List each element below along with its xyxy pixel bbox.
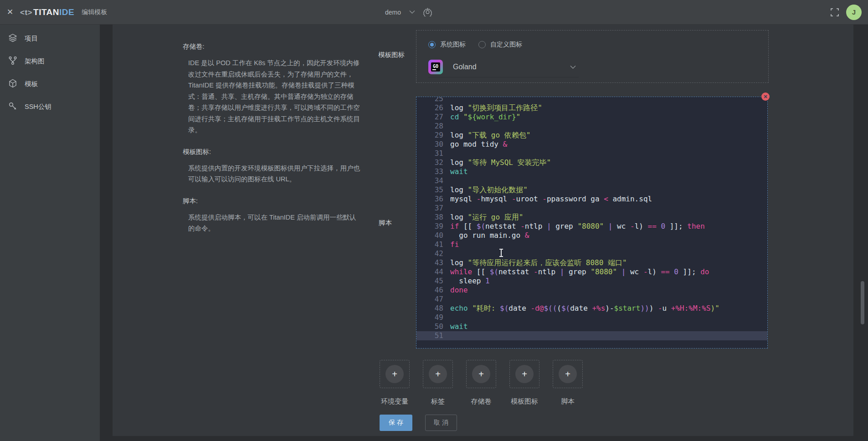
radio-selected-icon[interactable] [428,41,436,48]
plus-icon: + [515,365,534,383]
line-number: 35 [416,185,450,195]
sidebar-item-projects[interactable]: 项目 [0,27,100,50]
form-actions: 保 存 取 消 [380,415,457,431]
add-button-label: 环境变量 [381,397,408,406]
code-line[interactable]: 45 sleep 1 [416,277,767,286]
code-line[interactable]: 30go mod tidy & [416,140,767,149]
sidebar-item-label: 项目 [25,34,38,43]
plus-icon: + [472,365,490,383]
workspace-selector[interactable]: demo [385,9,401,16]
add-env-var-button[interactable]: + [380,360,410,388]
line-number: 49 [416,313,450,322]
save-button[interactable]: 保 存 [380,415,412,431]
code-line[interactable]: 29log "下载 go 依赖包" [416,131,767,140]
code-line[interactable]: 47 [416,295,767,304]
add-volume-button[interactable]: + [466,360,496,388]
code-line[interactable]: 39if [[ $(netstat -ntlp | grep "8080" | … [416,222,767,231]
code-line[interactable]: 27cd "${work_dir}" [416,113,767,122]
doc-section-body: 系统提供启动脚本，可以在 TitanIDE 启动前调用一些默认的命令。 [188,212,361,234]
add-button-label: 模板图标 [511,397,538,406]
line-number: 31 [416,149,450,158]
template-icon-section: 系统图标 自定义图标 GO Goland [416,30,769,83]
line-number: 43 [416,258,450,267]
code-line[interactable]: 42 [416,249,767,258]
sidebar-item-architecture[interactable]: 架构图 [0,50,100,72]
edit-template-panel: 存储卷: IDE 是以 POD 工作在 K8s 节点之上的，因此开发环境内修改过… [113,24,853,436]
icon-type-radio-group: 系统图标 自定义图标 [428,41,522,49]
icon-select[interactable]: GO Goland [428,57,579,77]
user-avatar[interactable]: J [846,5,862,20]
radio-custom-icon[interactable]: 自定义图标 [478,41,522,49]
script-editor[interactable]: 2526log "切换到项目工作路径"27cd "${work_dir}"282… [416,97,768,349]
line-number: 37 [416,204,450,213]
line-number: 26 [416,103,450,113]
code-line[interactable]: 36mysql -hmysql -uroot -ppassword ga < a… [416,195,767,204]
cancel-button[interactable]: 取 消 [425,415,457,431]
remove-script-button[interactable]: ✕ [761,92,770,101]
add-item: + 模板图标 [509,360,539,406]
code-line[interactable]: 38log "运行 go 应用" [416,213,767,222]
sidebar-item-templates[interactable]: 模板 [0,72,100,95]
code-line[interactable]: 40 go run main.go & [416,231,767,240]
line-number: 48 [416,304,450,313]
logo-bracket: <t> [20,8,32,17]
chevron-down-icon[interactable] [409,10,415,14]
doc-section-title: 存储卷: [183,42,361,51]
add-tag-button[interactable]: + [423,360,453,388]
page-title: 编辑模板 [82,8,107,16]
code-line[interactable]: 34 [416,176,767,185]
sidebar-item-label: 架构图 [25,57,45,66]
app-logo: <t> TITAN IDE [20,7,74,17]
code-line[interactable]: 41fi [416,240,767,249]
line-number: 28 [416,122,450,131]
cube-icon [8,79,17,89]
code-line[interactable]: 49 [416,313,767,322]
line-number: 51 [416,331,450,340]
sidebar-item-ssh-keys[interactable]: SSH公钥 [0,95,100,118]
line-number: 50 [416,322,450,331]
docs-column: 存储卷: IDE 是以 POD 工作在 K8s 节点之上的，因此开发环境内修改过… [183,42,361,246]
add-item: + 标签 [423,360,453,406]
app-window: ✕ <t> TITAN IDE 编辑模板 demo J [0,0,868,441]
line-number: 47 [416,295,450,304]
line-number: 30 [416,140,450,149]
code-line[interactable]: 28 [416,122,767,131]
page-scrollbar[interactable] [861,281,864,324]
add-item: + 脚本 [553,360,583,406]
plus-icon: + [385,365,404,383]
code-line[interactable]: 25 [416,97,767,103]
code-line[interactable]: 43log "等待应用运行起来后，应该会监听 8080 端口" [416,258,767,267]
code-line[interactable]: 33wait [416,167,767,176]
code-line[interactable]: 48echo "耗时: $(date -d@$((($(date +%s)-$s… [416,304,767,313]
gear-icon[interactable] [423,8,432,16]
sidebar-item-label: 模板 [25,80,38,88]
close-icon[interactable]: ✕ [0,7,20,17]
add-script-button[interactable]: + [553,360,583,388]
line-number: 41 [416,240,450,249]
sidebar: 项目 架构图 模板 SSH公钥 [0,24,100,441]
logo-titan: TITAN [33,7,59,17]
architecture-icon [8,56,17,67]
code-line[interactable]: 32log "等待 MySQL 安装完毕" [416,158,767,167]
code-line[interactable]: 37 [416,204,767,213]
code-line[interactable]: 50wait [416,322,767,331]
line-number: 46 [416,286,450,295]
code-line[interactable]: 46done [416,286,767,295]
radio-unselected-icon[interactable] [478,41,486,48]
line-number: 45 [416,277,450,286]
code-line[interactable]: 44while [[ $(netstat -ntlp | grep "8080"… [416,267,767,277]
radio-label: 系统图标 [440,41,466,49]
code-line[interactable]: 31 [416,149,767,158]
radio-system-icon[interactable]: 系统图标 [428,41,466,49]
icon-select-value: Goland [453,63,560,71]
code-line[interactable]: 26log "切换到项目工作路径" [416,103,767,113]
add-template-icon-button[interactable]: + [509,360,539,388]
top-bar: ✕ <t> TITAN IDE 编辑模板 demo J [0,0,868,25]
code-line[interactable]: 35log "导入初始化数据" [416,185,767,195]
code-line[interactable]: 51 [416,331,767,340]
chevron-down-icon[interactable] [570,63,576,71]
add-button-label: 存储卷 [471,397,492,406]
fullscreen-icon[interactable] [831,8,839,16]
logo-ide: IDE [59,7,74,17]
line-number: 27 [416,113,450,122]
